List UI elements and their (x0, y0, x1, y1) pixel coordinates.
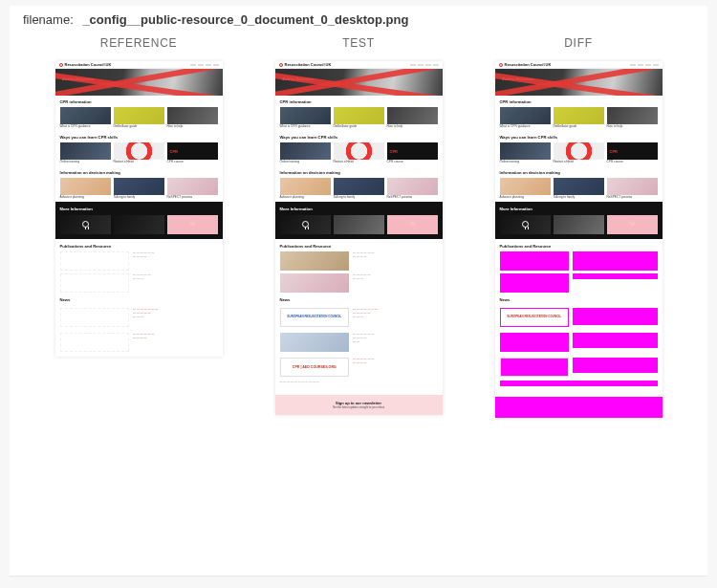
section-more-info: More Information (275, 202, 443, 238)
diff-region (500, 381, 658, 386)
card-caption: Talking to family (334, 196, 384, 200)
snapshot-test[interactable]: Resuscitation Council UK Public Resource… (275, 61, 443, 415)
card-caption: CPR course (387, 161, 438, 164)
card-caption: CPR course (607, 161, 658, 164)
hero-title: Public Resource (63, 76, 95, 81)
partner-logo-cpr: CPR | AED COURSES.ORG (280, 358, 350, 377)
section-heading: Publications and Resource (60, 244, 218, 249)
site-header: Resuscitation Council UK (55, 61, 223, 69)
comparison-panel: filename: _config__public-resource_0_doc… (10, 6, 707, 577)
footer-text: — — — — — — — — — — — (280, 381, 438, 384)
pin-icon (522, 221, 529, 228)
card-caption: What is CPR guidance (60, 125, 111, 129)
section-heading: Ways you can learn CPR skills (280, 135, 438, 140)
section-heading: Ways you can learn CPR skills (60, 135, 218, 140)
section-publications: Publications and Resource — — — — — —— —… (275, 239, 443, 389)
more-tile (334, 215, 384, 234)
section-heading: More Information (500, 207, 658, 211)
card-thumb (167, 178, 218, 195)
pub-image (60, 273, 130, 293)
section-decision: Information on decision making Advance p… (55, 166, 223, 202)
section-heading: More Information (280, 207, 438, 211)
card-thumb (60, 142, 111, 160)
section-heading: Information on decision making (500, 170, 658, 175)
diff-region: . (573, 333, 657, 348)
card-badge: CPR (170, 149, 178, 154)
pin-icon (302, 221, 309, 228)
section-heading: Publications and Resource (280, 244, 438, 249)
section-heading: CPR information (60, 99, 218, 104)
more-tile (114, 215, 164, 234)
section-heading: Publications and Resource (500, 244, 658, 249)
site-nav (630, 64, 659, 66)
divider (10, 576, 707, 577)
logo-icon (59, 63, 63, 67)
section-more-info: More Information (55, 202, 223, 238)
snapshot-reference[interactable]: Resuscitation Council UK Public Resource… (55, 61, 223, 357)
more-tile (60, 215, 111, 234)
card-caption: What is CPR guidance (500, 125, 551, 129)
partner-logo-erc: EUROPEAN RESUSCITATION COUNCIL (280, 308, 350, 327)
hero-title: Public Resource (503, 76, 534, 81)
diff-region (500, 273, 570, 293)
filename-label: filename: (23, 12, 74, 27)
hero-banner: Public Resource (495, 69, 663, 96)
diff-region: . (573, 358, 657, 373)
section-heading: Information on decision making (280, 170, 438, 175)
logo-icon (499, 63, 503, 67)
pub-image (280, 251, 350, 271)
diff-region (500, 333, 570, 352)
news-blurb: — — — — — — —— — — — —— — — (133, 308, 158, 319)
site-nav (410, 64, 439, 66)
more-tile (167, 215, 218, 234)
card-caption: Online training (60, 161, 111, 164)
card-caption: Restart a Heart (114, 161, 164, 164)
column-title-reference: REFERENCE (100, 36, 178, 50)
hero-banner: Public Resource (275, 69, 443, 96)
card-caption: How to help (167, 125, 218, 129)
partner-logo (60, 308, 130, 327)
card-caption: CPR course (167, 161, 218, 164)
site-nav (190, 64, 219, 66)
card-thumb (114, 142, 164, 160)
card-thumb (60, 178, 111, 195)
section-heading: More Information (60, 207, 218, 211)
partner-logo (60, 333, 130, 352)
section-heading: CPR information (280, 99, 438, 104)
diff-region: . (573, 273, 657, 279)
pub-text: — — — — —— — — (353, 273, 437, 293)
column-reference: REFERENCE Resuscitation Council UK Publi… (46, 36, 231, 418)
newsletter-banner: Sign up to our newsletter Get the latest… (275, 395, 443, 415)
diff-region-newsletter: .. (495, 397, 663, 417)
card-caption: Advance planning (280, 196, 331, 200)
column-title-diff: DIFF (564, 36, 593, 50)
section-learn: Ways you can learn CPR skills Online tra… (55, 131, 223, 166)
section-heading: News (280, 297, 438, 302)
card-caption: Defibrillator guide (114, 125, 164, 129)
card-thumb (60, 107, 111, 124)
newsletter-subtitle: Get the latest updates straight to your … (279, 406, 439, 409)
site-brand: Resuscitation Council UK (505, 62, 552, 67)
pub-text: — — — — —— — — (133, 273, 217, 293)
section-heading: Ways you can learn CPR skills (500, 135, 658, 140)
card-thumb: CPR (167, 142, 218, 160)
card-caption: How to help (387, 125, 438, 129)
news-blurb: — — — — — —— — — — (133, 333, 154, 340)
site-header: Resuscitation Council UK (275, 61, 443, 69)
card-caption: Online training (500, 161, 551, 164)
section-heading: CPR information (500, 99, 658, 104)
snapshot-diff[interactable]: Resuscitation Council UK Public Resource… (495, 61, 663, 418)
site-header: Resuscitation Council UK (495, 61, 663, 69)
card-badge: CPR (610, 149, 618, 154)
column-test: TEST Resuscitation Council UK Public Res… (266, 36, 451, 418)
card-caption: ReSPECT process (167, 196, 218, 200)
news-blurb: — — — — — — —— — — — —— — — (353, 308, 378, 319)
site-brand: Resuscitation Council UK (285, 62, 332, 67)
card-caption: Online training (280, 161, 331, 164)
card-thumb (167, 107, 218, 124)
section-heading: News (60, 297, 218, 302)
pub-text: — — — — — —— — — — (133, 251, 217, 271)
card-caption: Advance planning (500, 196, 551, 200)
filename-value: _config__public-resource_0_document_0_de… (82, 12, 408, 27)
pub-text: — — — — — —— — — — (353, 251, 437, 271)
